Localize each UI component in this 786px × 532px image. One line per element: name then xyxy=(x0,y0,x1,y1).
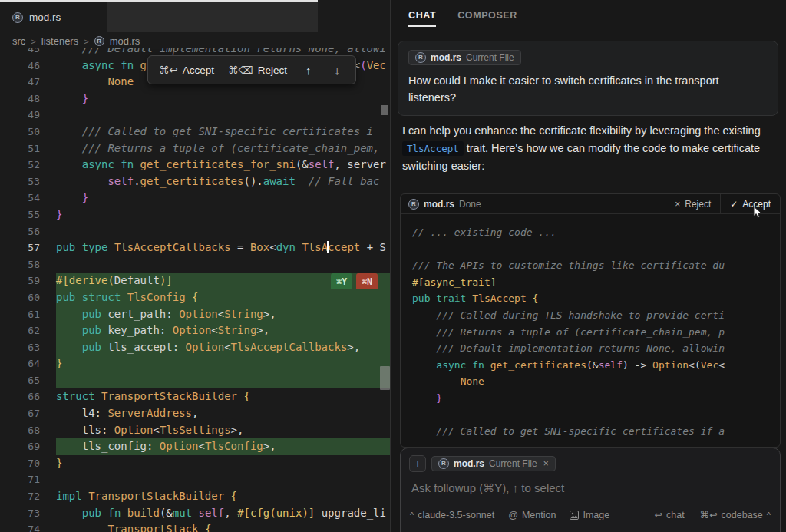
code-block-actions: × Reject ✓ Accept xyxy=(665,194,780,213)
code-line: /// Returns a tuple of (certificate_chai… xyxy=(412,324,780,341)
rust-file-icon: R xyxy=(408,199,419,210)
line-number: 59 xyxy=(0,273,56,289)
close-icon[interactable]: × xyxy=(543,458,549,469)
prev-suggestion-button[interactable]: ↑ xyxy=(301,64,316,77)
scrollbar-mark xyxy=(381,105,388,115)
code-line[interactable]: 67 l4: ServerAddress, xyxy=(0,405,390,422)
mouse-cursor-icon xyxy=(752,206,763,220)
line-number: 60 xyxy=(0,289,56,306)
code-line[interactable]: 59#[derive(Default)]⌘Y⌘N xyxy=(0,273,390,289)
chat-panel-tabs: CHAT COMPOSER xyxy=(408,10,517,27)
chevron-up-icon: ^ xyxy=(767,511,771,520)
inline-diff-widget: ⌘↩Accept ⌘⌫Reject ↑ ↓ xyxy=(147,55,356,84)
code-block-header: R mod.rs Done × Reject ✓ Accept xyxy=(401,194,780,214)
code-line[interactable]: 74 TransportStack { xyxy=(0,521,390,532)
rust-file-icon: R xyxy=(12,12,23,23)
code-line[interactable]: 60pub struct TlsConfig { xyxy=(0,289,390,306)
line-number: 65 xyxy=(0,372,56,389)
line-number: 62 xyxy=(0,322,56,339)
code-line[interactable]: 49 xyxy=(0,107,390,124)
breadcrumb-separator: > xyxy=(31,37,35,46)
code-line[interactable]: 73 pub fn build(&mut self, #[cfg(unix)] … xyxy=(0,505,390,522)
code-line[interactable]: 66struct TransportStackBuilder { xyxy=(0,388,390,405)
accept-diff-button[interactable]: ✓ Accept xyxy=(720,194,780,213)
code-line[interactable]: 54 } xyxy=(0,190,390,207)
code-line[interactable]: 48 } xyxy=(0,91,390,107)
tab-mod-rs[interactable]: R mod.rs xyxy=(0,2,107,33)
chip-label: Current File xyxy=(489,458,537,469)
tab-chat[interactable]: CHAT xyxy=(408,10,436,27)
code-line[interactable]: 65 xyxy=(0,372,390,389)
check-icon: ✓ xyxy=(730,199,738,210)
code-line[interactable]: 64} xyxy=(0,355,390,372)
code-block-filename: mod.rs xyxy=(424,199,454,210)
code-line[interactable]: 62 pub key_path: Option<String>, xyxy=(0,322,390,339)
tab-composer[interactable]: COMPOSER xyxy=(457,10,517,27)
code-line[interactable]: 68 tls: Option<TlsSettings>, xyxy=(0,422,390,439)
code-line[interactable]: 57pub type TlsAcceptCallbacks = Box<dyn … xyxy=(0,240,390,256)
image-button[interactable]: Image xyxy=(570,510,609,520)
assistant-message-text: I can help you enhance the certificate f… xyxy=(402,122,775,175)
cursor-ide-window: R mod.rs src > listeners > R mod.rs 45 /… xyxy=(0,0,786,532)
code-line: pub trait TlsAccept { xyxy=(412,290,780,307)
submit-chat-button[interactable]: ↩ chat xyxy=(655,509,685,520)
submit-codebase-button[interactable]: ⌘↩ codebase ^ xyxy=(700,509,771,520)
code-editor[interactable]: 45 /// Default implementation returns No… xyxy=(0,48,390,532)
code-block-status: Done xyxy=(459,199,481,210)
line-number: 73 xyxy=(0,505,56,522)
code-line[interactable]: 70} xyxy=(0,455,390,472)
line-number: 56 xyxy=(0,223,56,240)
add-context-button[interactable]: + xyxy=(409,455,426,472)
chat-panel: CHAT COMPOSER R mod.rs Current File How … xyxy=(390,0,786,532)
line-number: 63 xyxy=(0,339,56,356)
code-line[interactable]: 50 /// Called to get SNI-specific certif… xyxy=(0,124,390,140)
model-selector[interactable]: ^ claude-3.5-sonnet xyxy=(410,510,494,520)
user-message-card: R mod.rs Current File How could I make i… xyxy=(398,41,778,116)
code-line[interactable]: 71 xyxy=(0,471,390,488)
reject-diff-button[interactable]: × Reject xyxy=(665,194,720,213)
code-line xyxy=(412,407,780,424)
breadcrumb: src > listeners > R mod.rs xyxy=(12,35,140,47)
code-line[interactable]: 56 xyxy=(0,223,390,240)
chat-input-placeholder: Ask followup (⌘Y), ↑ to select xyxy=(411,481,771,495)
reject-suggestion-button[interactable]: ⌘⌫Reject xyxy=(228,64,287,76)
current-file-chip[interactable]: R mod.rs Current File × xyxy=(431,456,556,471)
line-number: 47 xyxy=(0,74,56,91)
chip-label: Current File xyxy=(466,52,514,63)
line-number: 69 xyxy=(0,438,56,455)
next-suggestion-button[interactable]: ↓ xyxy=(329,64,345,77)
enter-icon: ↩ xyxy=(655,509,662,520)
code-line: /// Called to get SNI-specific certifica… xyxy=(412,423,780,440)
rust-file-icon: R xyxy=(438,458,449,469)
breadcrumb-listeners[interactable]: listeners xyxy=(41,35,78,47)
scrollbar-thumb[interactable] xyxy=(380,366,390,390)
line-number: 58 xyxy=(0,256,56,273)
code-line[interactable]: 55} xyxy=(0,207,390,223)
code-line[interactable]: 51 /// Returns a tuple of (certificate_c… xyxy=(0,140,390,157)
line-number: 53 xyxy=(0,173,56,190)
current-file-chip[interactable]: R mod.rs Current File xyxy=(408,50,521,65)
line-number: 71 xyxy=(0,471,56,488)
chip-filename: mod.rs xyxy=(454,458,484,469)
line-number: 49 xyxy=(0,107,56,124)
code-line[interactable]: 61 pub cert_path: Option<String>, xyxy=(0,306,390,323)
chat-input-box[interactable]: + R mod.rs Current File × Ask followup (… xyxy=(400,448,781,532)
chevron-up-icon: ^ xyxy=(410,511,414,520)
code-line[interactable]: 63 pub tls_accept: Option<TlsAcceptCallb… xyxy=(0,339,390,356)
mention-button[interactable]: @ Mention xyxy=(508,510,556,520)
chat-input-footer: ^ claude-3.5-sonnet @ Mention Image xyxy=(410,509,771,520)
at-icon: @ xyxy=(508,510,518,520)
code-line[interactable]: 58 xyxy=(0,256,390,273)
line-number: 67 xyxy=(0,405,56,422)
breadcrumb-file[interactable]: mod.rs xyxy=(110,35,140,47)
code-line[interactable]: 52 async fn get_certificates_for_sni(&se… xyxy=(0,157,390,173)
line-number: 68 xyxy=(0,422,56,439)
code-line[interactable]: 53 self.get_certificates().await // Fall… xyxy=(0,173,390,190)
breadcrumb-src[interactable]: src xyxy=(12,35,25,47)
cmd-enter-icon: ⌘↩ xyxy=(700,509,718,520)
tab-top-border xyxy=(0,0,318,2)
accept-suggestion-button[interactable]: ⌘↩Accept xyxy=(159,64,214,76)
code-line[interactable]: 72impl TransportStackBuilder { xyxy=(0,488,390,505)
code-line[interactable]: 69 tls_config: Option<TlsConfig>, xyxy=(0,438,390,455)
inline-code-tlsaccept: TlsAccept xyxy=(402,141,464,156)
